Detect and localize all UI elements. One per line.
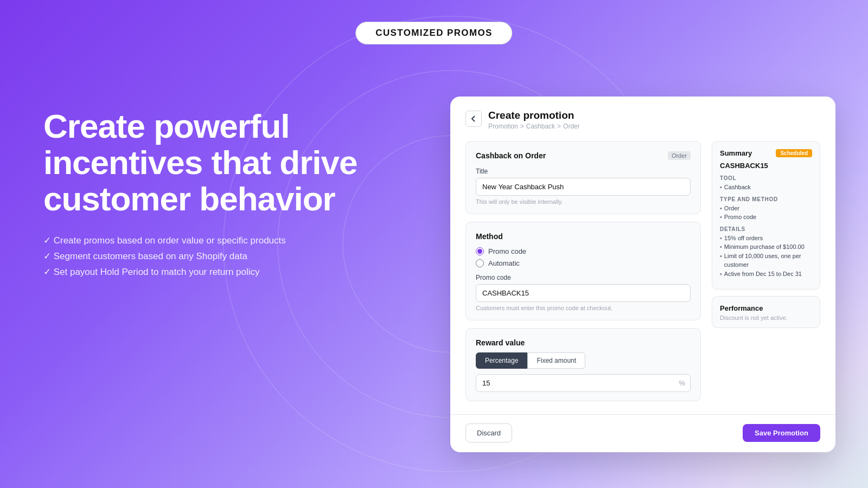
reward-value-input[interactable] <box>476 374 691 392</box>
promo-code-label: Promo code <box>488 247 526 255</box>
feature-item-1: ✓ Create promos based on order value or … <box>43 235 369 246</box>
reward-section: Reward value Percentage Fixed amount % <box>465 328 701 401</box>
promo-title-hint: This will only be visible internally. <box>476 198 691 205</box>
summary-tool-section: TOOL Cashback <box>720 175 812 192</box>
promo-code-field-label: Promo code <box>476 274 691 281</box>
automatic-label: Automatic <box>488 259 520 267</box>
scheduled-badge: Scheduled <box>776 149 812 157</box>
top-label-container: CUSTOMIZED PROMOS <box>355 22 512 44</box>
reward-toggle-group: Percentage Fixed amount <box>476 352 691 369</box>
summary-type-label: TYPE AND METHOD <box>720 196 812 202</box>
summary-detail-3: Active from Dec 15 to Dec 31 <box>720 269 812 279</box>
performance-title: Performance <box>720 304 812 312</box>
form-panel: Cashback on Order Order Title This will … <box>465 141 701 401</box>
promo-code-input[interactable] <box>476 284 691 302</box>
performance-card: Performance Discount is not yet active. <box>712 296 820 328</box>
summary-tool-label: TOOL <box>720 175 812 181</box>
automatic-option[interactable]: Automatic <box>476 259 691 267</box>
hero-headline: Create powerful incentives that drive cu… <box>43 108 369 217</box>
percentage-toggle[interactable]: Percentage <box>476 352 527 369</box>
summary-tool-item-0: Cashback <box>720 183 812 192</box>
cashback-title: Cashback on Order <box>476 151 546 160</box>
promo-title-label: Title <box>476 168 691 175</box>
summary-title: Summary <box>720 149 752 157</box>
modal-title-block: Create promotion Promotion > Cashback > … <box>488 110 580 130</box>
automatic-radio[interactable] <box>476 259 484 267</box>
modal-body: Cashback on Order Order Title This will … <box>465 141 820 401</box>
summary-detail-1: Minimum purchase of $100.00 <box>720 242 812 252</box>
method-title: Method <box>476 232 691 241</box>
method-section: Method Promo code Automatic Promo code <box>465 222 701 320</box>
breadcrumb-cashback: Cashback <box>526 123 555 130</box>
cashback-badge: Order <box>668 151 691 160</box>
breadcrumb-sep-2: > <box>557 123 561 130</box>
summary-promo-name: CASHBACK15 <box>720 162 812 170</box>
modal-footer: Discard Save Promotion <box>450 414 835 452</box>
summary-detail-2: Limit of 10,000 uses, one per customer <box>720 252 812 269</box>
back-button[interactable] <box>465 111 482 127</box>
summary-card: Summary Scheduled CASHBACK15 TOOL Cashba… <box>712 141 820 290</box>
promo-code-option[interactable]: Promo code <box>476 247 691 255</box>
summary-details-section: DETAILS 15% off orders Minimum purchase … <box>720 226 812 279</box>
summary-type-item-0: Order <box>720 204 812 213</box>
breadcrumb: Promotion > Cashback > Order <box>488 123 580 130</box>
feature-item-3: ✓ Set payout Hold Period to match your r… <box>43 266 369 278</box>
discard-button[interactable]: Discard <box>465 423 512 442</box>
summary-details-label: DETAILS <box>720 226 812 232</box>
breadcrumb-promotion: Promotion <box>488 123 518 130</box>
breadcrumb-sep-1: > <box>520 123 524 130</box>
method-radio-group: Promo code Automatic <box>476 247 691 267</box>
cashback-section: Cashback on Order Order Title This will … <box>465 141 701 214</box>
performance-text: Discount is not yet active. <box>720 314 812 321</box>
save-promotion-button[interactable]: Save Promotion <box>743 424 820 442</box>
summary-header: Summary Scheduled <box>720 149 812 157</box>
promo-title-input[interactable] <box>476 178 691 196</box>
promo-code-radio[interactable] <box>476 247 484 255</box>
reward-input-wrap: % <box>476 374 691 392</box>
page-title: CUSTOMIZED PROMOS <box>355 22 512 44</box>
breadcrumb-order: Order <box>563 123 580 130</box>
reward-title: Reward value <box>476 338 691 347</box>
cashback-header: Cashback on Order Order <box>476 151 691 160</box>
summary-detail-0: 15% off orders <box>720 234 812 243</box>
modal-title: Create promotion <box>488 110 580 121</box>
summary-type-section: TYPE AND METHOD Order Promo code <box>720 196 812 222</box>
promo-code-hint: Customers must enter this promo code at … <box>476 305 691 311</box>
summary-type-item-1: Promo code <box>720 213 812 222</box>
feature-list: ✓ Create promos based on order value or … <box>43 235 369 278</box>
hero-section: Create powerful incentives that drive cu… <box>43 108 369 282</box>
reward-suffix: % <box>679 379 685 387</box>
modal-card: Create promotion Promotion > Cashback > … <box>450 97 835 452</box>
feature-item-2: ✓ Segment customers based on any Shopify… <box>43 251 369 262</box>
modal-header: Create promotion Promotion > Cashback > … <box>465 110 820 130</box>
summary-panel: Summary Scheduled CASHBACK15 TOOL Cashba… <box>712 141 820 401</box>
fixed-amount-toggle[interactable]: Fixed amount <box>527 352 585 369</box>
